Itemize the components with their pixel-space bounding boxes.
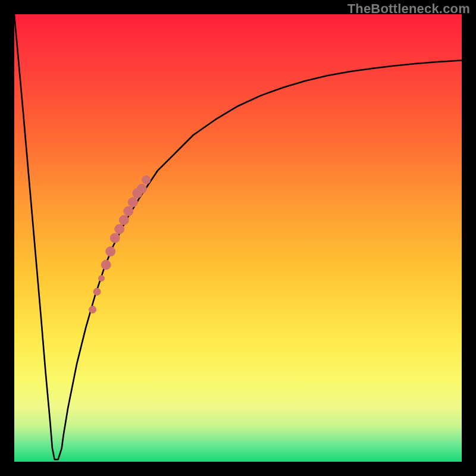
data-marker (110, 233, 120, 243)
data-marker (93, 288, 101, 295)
data-marker (99, 275, 105, 281)
data-marker (115, 224, 124, 234)
data-marker (89, 306, 96, 313)
watermark-text: TheBottleneck.com (347, 1, 470, 17)
data-marker (119, 215, 129, 225)
data-marker (137, 184, 146, 193)
data-marker (106, 247, 115, 256)
data-marker (142, 176, 151, 184)
data-marker (128, 198, 137, 207)
chart-overlay-svg (14, 14, 462, 462)
bottleneck-curve-path (14, 14, 462, 459)
data-marker (101, 260, 111, 270)
bottleneck-curve (14, 14, 462, 459)
data-markers (89, 176, 151, 313)
chart-plot-area (14, 14, 462, 462)
data-marker (124, 206, 133, 216)
